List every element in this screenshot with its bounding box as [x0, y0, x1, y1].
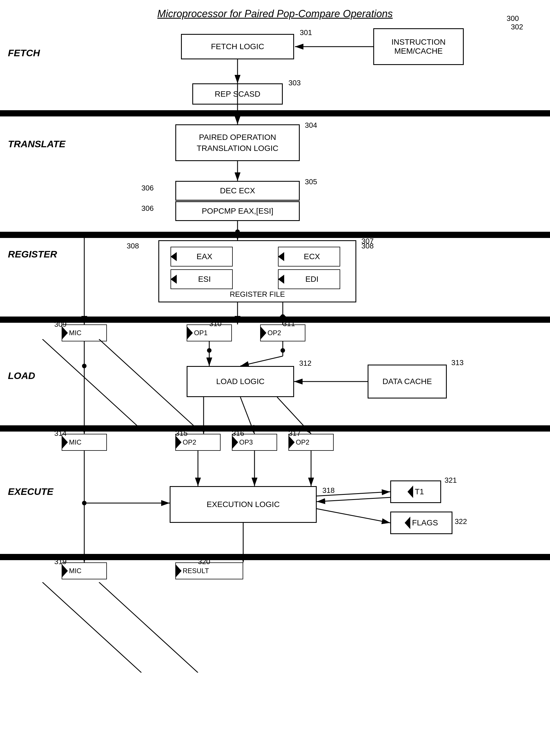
- stage-fetch: FETCH: [8, 47, 40, 59]
- fetch-logic-box: FETCH LOGIC: [181, 34, 294, 59]
- pipeline-diag-1: [0, 339, 550, 430]
- title: Microprocessor for Paired Pop-Compare Op…: [157, 8, 393, 20]
- esi-cell: ESI: [170, 269, 233, 289]
- ref-321: 321: [445, 476, 457, 485]
- svg-line-41: [317, 509, 390, 523]
- popcmp-box: POPCMP EAX,[ESI]: [175, 201, 300, 221]
- pipeline-bar-3: [0, 317, 550, 323]
- ecx-cell: ECX: [278, 247, 340, 267]
- edi-cell: EDI: [278, 269, 340, 289]
- mic-314-reg: MIC: [62, 434, 107, 451]
- svg-point-33: [82, 501, 86, 505]
- paired-op-box: PAIRED OPERATION TRANSLATION LOGIC: [175, 124, 300, 161]
- svg-line-1: [99, 339, 198, 430]
- register-file-label: REGISTER FILE: [159, 290, 356, 299]
- diagram: Microprocessor for Paired Pop-Compare Op…: [0, 0, 550, 756]
- flags-box: FLAGS: [390, 512, 453, 534]
- ref-301: 301: [300, 28, 312, 37]
- pipeline-bar-5: [0, 554, 550, 560]
- mic-319-reg: MIC: [62, 562, 107, 579]
- ref-306b: 306: [141, 204, 153, 213]
- ref-304: 304: [305, 121, 317, 130]
- mic-309-reg: MIC: [62, 324, 107, 341]
- pipeline-bar-1: [0, 110, 550, 116]
- ref-318: 318: [323, 486, 335, 495]
- svg-line-40: [317, 497, 390, 502]
- execution-logic-box: EXECUTION LOGIC: [170, 486, 317, 523]
- ref-322: 322: [455, 517, 467, 526]
- ref-302: 302: [511, 23, 523, 31]
- ref-306a: 306: [141, 184, 153, 192]
- dec-ecx-box: DEC ECX: [175, 181, 300, 201]
- pipeline-diag-2: [0, 582, 550, 673]
- ref-305: 305: [305, 177, 317, 186]
- rep-scasd-box: REP SCASD: [192, 83, 283, 105]
- pipeline-bar-2: [0, 232, 550, 238]
- stage-translate: TRANSLATE: [8, 138, 65, 150]
- ref-303: 303: [289, 79, 301, 87]
- eax-cell: EAX: [170, 247, 233, 267]
- ref-308a: 308: [127, 242, 139, 250]
- instruction-mem-box: INSTRUCTION MEM/CACHE: [373, 28, 464, 65]
- t1-box: T1: [390, 480, 441, 503]
- ref-308b: 308: [362, 242, 374, 250]
- stage-execute: EXECUTE: [8, 486, 53, 497]
- register-file-outer: EAX ECX ESI EDI REGISTER FILE: [158, 240, 356, 302]
- svg-line-3: [99, 582, 198, 673]
- ref-300: 300: [507, 14, 519, 23]
- stage-register: REGISTER: [8, 249, 57, 260]
- svg-line-0: [42, 339, 141, 430]
- svg-line-2: [42, 582, 141, 673]
